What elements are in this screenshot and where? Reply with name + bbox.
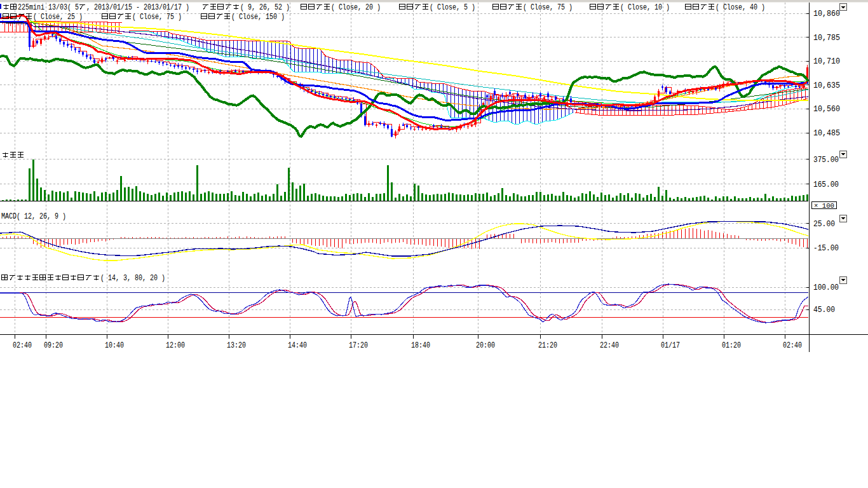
svg-text:21:20: 21:20 <box>538 341 557 350</box>
svg-text:17:20: 17:20 <box>349 341 368 350</box>
svg-text:( Close, 75 ): ( Close, 75 ) <box>523 3 573 12</box>
svg-text:02:40: 02:40 <box>783 341 802 350</box>
svg-text:165.00: 165.00 <box>813 180 839 189</box>
svg-text:( Close, 10 ): ( Close, 10 ) <box>620 3 670 12</box>
svg-text:14:40: 14:40 <box>288 341 307 350</box>
svg-text:13:20: 13:20 <box>227 341 246 350</box>
svg-text:, 2013/01/15 - 2013/01/17 ): , 2013/01/15 - 2013/01/17 ) <box>86 3 189 12</box>
svg-text:( Close, 150 ): ( Close, 150 ) <box>231 13 285 22</box>
svg-text:( Close, 25 ): ( Close, 25 ) <box>33 13 83 22</box>
svg-text:( Close, 5 ): ( Close, 5 ) <box>430 3 475 12</box>
svg-text:25.00: 25.00 <box>813 220 835 229</box>
svg-text:10,560: 10,560 <box>813 105 840 114</box>
svg-text:02:40: 02:40 <box>13 341 32 350</box>
svg-text:-15.00: -15.00 <box>813 244 839 253</box>
svg-text:× 100: × 100 <box>814 203 834 210</box>
svg-text:12:00: 12:00 <box>166 341 185 350</box>
svg-text:( Close, 20 ): ( Close, 20 ) <box>331 3 381 12</box>
svg-text:45.00: 45.00 <box>813 306 835 315</box>
svg-text:( 14, 3, 80, 20 ): ( 14, 3, 80, 20 ) <box>100 274 165 283</box>
svg-text:225mini 13/03( 5: 225mini 13/03( 5 <box>18 3 79 12</box>
svg-text:01/17: 01/17 <box>661 341 680 350</box>
svg-text:10:40: 10:40 <box>105 341 124 350</box>
svg-text:( Close, 75 ): ( Close, 75 ) <box>132 13 182 22</box>
svg-text:22:40: 22:40 <box>600 341 619 350</box>
svg-text:09:20: 09:20 <box>44 341 63 350</box>
svg-text:10,635: 10,635 <box>813 81 840 90</box>
svg-text:10,485: 10,485 <box>813 129 840 138</box>
svg-text:100.00: 100.00 <box>813 283 839 292</box>
svg-text:10,785: 10,785 <box>813 34 840 43</box>
svg-text:MACD( 12, 26, 9 ): MACD( 12, 26, 9 ) <box>1 212 66 221</box>
svg-text:10,860: 10,860 <box>813 10 840 18</box>
svg-text:( Close, 40 ): ( Close, 40 ) <box>715 3 765 12</box>
svg-text:10,710: 10,710 <box>813 57 840 66</box>
svg-text:20:00: 20:00 <box>476 341 495 350</box>
svg-text:( 9, 26, 52 ): ( 9, 26, 52 ) <box>240 3 290 12</box>
svg-text:375.00: 375.00 <box>813 156 839 165</box>
svg-text:18:40: 18:40 <box>411 341 430 350</box>
svg-text:01:20: 01:20 <box>722 341 741 350</box>
